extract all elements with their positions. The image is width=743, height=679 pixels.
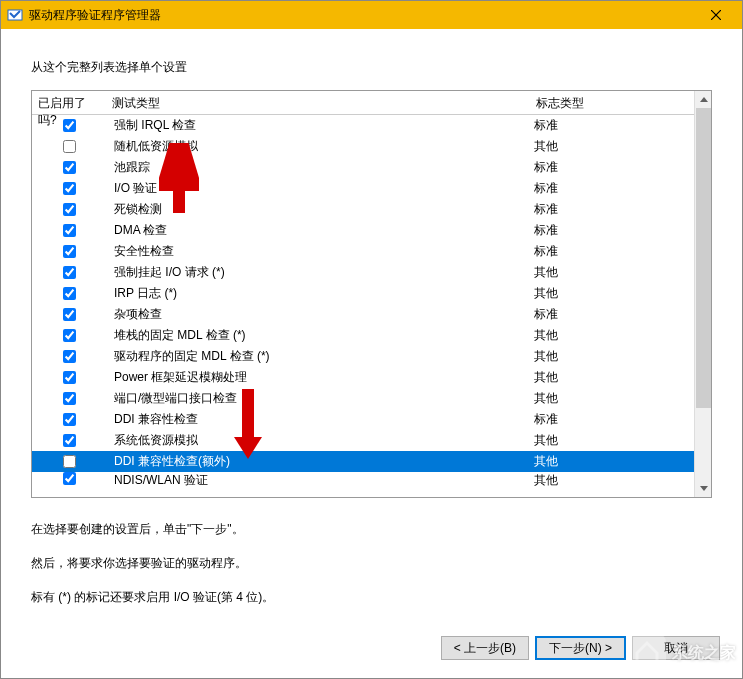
button-bar: < 上一步(B) 下一步(N) > 取消	[441, 636, 720, 660]
cell-enabled	[32, 140, 106, 153]
cell-test: 安全性检查	[106, 243, 530, 260]
cell-enabled	[32, 308, 106, 321]
column-header-enabled[interactable]: 已启用了吗?	[32, 91, 106, 114]
table-row[interactable]: DMA 检查标准	[32, 220, 694, 241]
cell-test: NDIS/WLAN 验证	[106, 472, 530, 489]
enabled-checkbox[interactable]	[63, 224, 76, 237]
cell-flag: 其他	[530, 264, 694, 281]
cell-flag: 标准	[530, 222, 694, 239]
cell-enabled	[32, 245, 106, 258]
cell-flag: 标准	[530, 117, 694, 134]
cell-flag: 其他	[530, 432, 694, 449]
close-button[interactable]	[696, 1, 736, 29]
scroll-up-button[interactable]	[695, 91, 712, 108]
cell-enabled	[32, 350, 106, 363]
cell-test: Power 框架延迟模糊处理	[106, 369, 530, 386]
enabled-checkbox[interactable]	[63, 455, 76, 468]
cell-flag: 标准	[530, 180, 694, 197]
cell-flag: 其他	[530, 138, 694, 155]
enabled-checkbox[interactable]	[63, 119, 76, 132]
table-row[interactable]: 杂项检查标准	[32, 304, 694, 325]
cell-enabled	[32, 203, 106, 216]
table-row[interactable]: NDIS/WLAN 验证其他	[32, 472, 694, 490]
cell-flag: 其他	[530, 453, 694, 470]
content-area: 从这个完整列表选择单个设置 已启用了吗? 测试类型 标志类型 强制 IRQL 检…	[1, 29, 742, 606]
next-button[interactable]: 下一步(N) >	[535, 636, 626, 660]
cell-enabled	[32, 161, 106, 174]
enabled-checkbox[interactable]	[63, 434, 76, 447]
cell-flag: 标准	[530, 159, 694, 176]
cell-test: 池跟踪	[106, 159, 530, 176]
cell-flag: 标准	[530, 411, 694, 428]
scroll-down-button[interactable]	[695, 480, 712, 497]
enabled-checkbox[interactable]	[63, 329, 76, 342]
cell-test: 强制挂起 I/O 请求 (*)	[106, 264, 530, 281]
enabled-checkbox[interactable]	[63, 182, 76, 195]
cell-test: 杂项检查	[106, 306, 530, 323]
table-row[interactable]: 堆栈的固定 MDL 检查 (*)其他	[32, 325, 694, 346]
enabled-checkbox[interactable]	[63, 203, 76, 216]
cell-enabled	[32, 182, 106, 195]
table-row[interactable]: 安全性检查标准	[32, 241, 694, 262]
app-icon	[7, 7, 23, 23]
cell-enabled	[32, 119, 106, 132]
cell-enabled	[32, 266, 106, 279]
cell-flag: 标准	[530, 306, 694, 323]
settings-listview[interactable]: 已启用了吗? 测试类型 标志类型 强制 IRQL 检查标准随机低资源模拟其他池跟…	[31, 90, 712, 498]
cell-flag: 其他	[530, 369, 694, 386]
help-line-3: 标有 (*) 的标记还要求启用 I/O 验证(第 4 位)。	[31, 588, 712, 606]
table-row[interactable]: 系统低资源模拟其他	[32, 430, 694, 451]
table-row[interactable]: 死锁检测标准	[32, 199, 694, 220]
cell-enabled	[32, 287, 106, 300]
table-row[interactable]: 驱动程序的固定 MDL 检查 (*)其他	[32, 346, 694, 367]
cell-test: DDI 兼容性检查(额外)	[106, 453, 530, 470]
cancel-button[interactable]: 取消	[632, 636, 720, 660]
enabled-checkbox[interactable]	[63, 350, 76, 363]
enabled-checkbox[interactable]	[63, 245, 76, 258]
table-row[interactable]: DDI 兼容性检查(额外)其他	[32, 451, 694, 472]
table-row[interactable]: IRP 日志 (*)其他	[32, 283, 694, 304]
table-row[interactable]: I/O 验证标准	[32, 178, 694, 199]
cell-enabled	[32, 329, 106, 342]
cell-test: 系统低资源模拟	[106, 432, 530, 449]
enabled-checkbox[interactable]	[63, 371, 76, 384]
enabled-checkbox[interactable]	[63, 472, 76, 485]
enabled-checkbox[interactable]	[63, 308, 76, 321]
chevron-up-icon	[700, 97, 708, 102]
table-row[interactable]: 强制挂起 I/O 请求 (*)其他	[32, 262, 694, 283]
enabled-checkbox[interactable]	[63, 287, 76, 300]
cell-flag: 其他	[530, 327, 694, 344]
table-row[interactable]: 随机低资源模拟其他	[32, 136, 694, 157]
help-line-2: 然后，将要求你选择要验证的驱动程序。	[31, 554, 712, 572]
cell-test: 端口/微型端口接口检查	[106, 390, 530, 407]
scroll-thumb[interactable]	[696, 108, 711, 408]
cell-flag: 其他	[530, 472, 694, 489]
cell-flag: 其他	[530, 285, 694, 302]
listview-body: 强制 IRQL 检查标准随机低资源模拟其他池跟踪标准I/O 验证标准死锁检测标准…	[32, 115, 694, 497]
table-row[interactable]: 池跟踪标准	[32, 157, 694, 178]
table-row[interactable]: 端口/微型端口接口检查其他	[32, 388, 694, 409]
cell-test: 死锁检测	[106, 201, 530, 218]
vertical-scrollbar[interactable]	[694, 91, 711, 497]
cell-flag: 其他	[530, 348, 694, 365]
cell-enabled	[32, 392, 106, 405]
column-header-flag[interactable]: 标志类型	[530, 91, 694, 114]
help-text: 在选择要创建的设置后，单击"下一步"。 然后，将要求你选择要验证的驱动程序。 标…	[31, 520, 712, 606]
table-row[interactable]: 强制 IRQL 检查标准	[32, 115, 694, 136]
back-button[interactable]: < 上一步(B)	[441, 636, 529, 660]
cell-enabled	[32, 472, 106, 485]
listview-content: 已启用了吗? 测试类型 标志类型 强制 IRQL 检查标准随机低资源模拟其他池跟…	[32, 91, 694, 497]
help-line-1: 在选择要创建的设置后，单击"下一步"。	[31, 520, 712, 538]
column-header-test[interactable]: 测试类型	[106, 91, 530, 114]
enabled-checkbox[interactable]	[63, 413, 76, 426]
enabled-checkbox[interactable]	[63, 266, 76, 279]
cell-test: 驱动程序的固定 MDL 检查 (*)	[106, 348, 530, 365]
table-row[interactable]: Power 框架延迟模糊处理其他	[32, 367, 694, 388]
enabled-checkbox[interactable]	[63, 392, 76, 405]
enabled-checkbox[interactable]	[63, 161, 76, 174]
table-row[interactable]: DDI 兼容性检查标准	[32, 409, 694, 430]
cell-enabled	[32, 224, 106, 237]
cell-flag: 标准	[530, 243, 694, 260]
enabled-checkbox[interactable]	[63, 140, 76, 153]
cell-test: IRP 日志 (*)	[106, 285, 530, 302]
